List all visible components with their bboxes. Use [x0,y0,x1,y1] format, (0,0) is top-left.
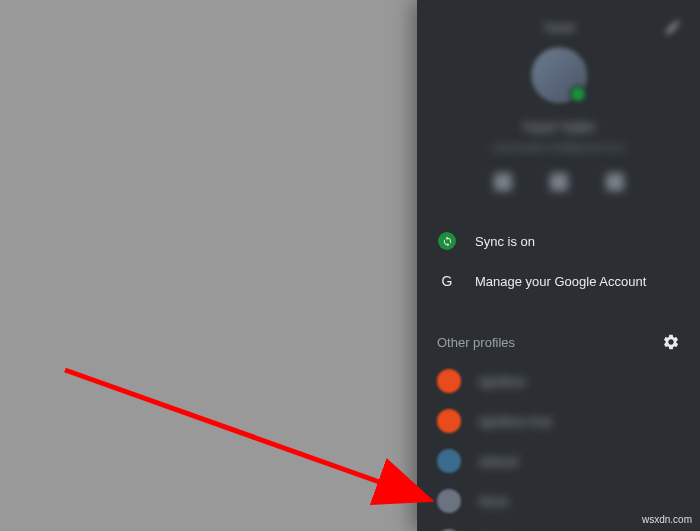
profile-item-label: default [479,454,518,469]
watermark: wsxdn.com [642,514,692,525]
profile-item[interactable]: default [417,441,700,481]
google-icon: G [437,271,457,291]
profile-item[interactable]: lightflow [417,361,700,401]
sync-badge-icon [569,85,587,103]
sync-label: Sync is on [475,234,535,249]
profile-menu-panel: Yasel Yasel Yader yaselyader123@gmail.co… [417,0,700,531]
action-icon-1[interactable] [494,173,512,191]
profile-avatar-icon [437,489,461,513]
profile-avatar-icon [437,409,461,433]
current-profile-avatar[interactable] [531,47,587,103]
manage-account-menu-item[interactable]: G Manage your Google Account [417,261,700,301]
profile-name: Yasel Yader [433,119,684,135]
other-profiles-header: Other profiles [417,319,700,361]
other-profiles-list: lightflowlightflow thatdefaultWorkYasel [417,361,700,531]
profile-item-label: lightflow that [479,414,551,429]
current-profile-section: Yasel Yasel Yader yaselyader123@gmail.co… [417,0,700,215]
sync-icon [437,231,457,251]
profile-item[interactable]: lightflow that [417,401,700,441]
settings-icon[interactable] [662,333,680,351]
profile-heading: Yasel [433,20,684,35]
quick-action-row [433,173,684,191]
profile-item-label: lightflow [479,374,526,389]
action-icon-3[interactable] [606,173,624,191]
profile-avatar-icon [437,449,461,473]
svg-line-1 [65,370,430,500]
profile-item-label: Work [479,494,509,509]
manage-account-label: Manage your Google Account [475,274,646,289]
account-menu-section: Sync is on G Manage your Google Account [417,215,700,307]
edit-icon[interactable] [664,18,682,36]
other-profiles-title: Other profiles [437,335,515,350]
action-icon-2[interactable] [550,173,568,191]
profile-email: yaselyader123@gmail.com [433,141,684,153]
profile-avatar-icon [437,369,461,393]
sync-menu-item[interactable]: Sync is on [417,221,700,261]
